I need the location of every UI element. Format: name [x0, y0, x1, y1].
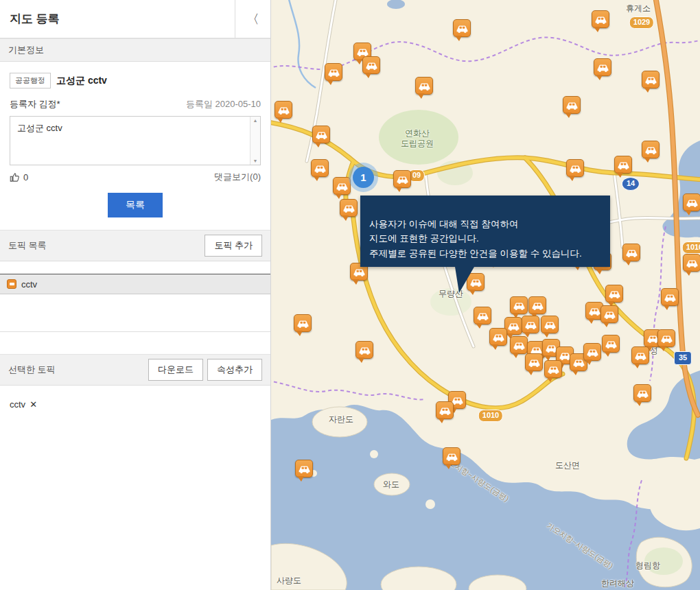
- cctv-marker[interactable]: [631, 346, 649, 364]
- cctv-marker[interactable]: [510, 296, 528, 314]
- cctv-marker[interactable]: [583, 343, 601, 361]
- sidebar-header: 지도 등록 〈: [0, 0, 270, 38]
- road-shield: 35: [674, 351, 692, 365]
- cctv-marker[interactable]: [605, 285, 623, 303]
- map-label: 사량도: [277, 575, 301, 587]
- map-label: 형림항: [635, 560, 660, 571]
- item-title: 고성군 cctv: [56, 75, 107, 87]
- cctv-marker[interactable]: [453, 19, 471, 37]
- remove-topic-button[interactable]: ✕: [30, 399, 37, 410]
- add-attribute-button[interactable]: 속성추가: [207, 359, 262, 381]
- cctv-marker[interactable]: [657, 329, 675, 347]
- scroll-down-icon[interactable]: ▼: [253, 158, 258, 163]
- cctv-marker[interactable]: [541, 316, 559, 333]
- topic-item-cctv[interactable]: cctv: [0, 274, 270, 294]
- cctv-marker[interactable]: [522, 316, 539, 333]
- cctv-marker[interactable]: [436, 401, 454, 419]
- cctv-marker[interactable]: [474, 307, 491, 324]
- map-label: 도산면: [555, 460, 580, 471]
- cctv-marker[interactable]: [415, 77, 433, 95]
- map-label: 자란도: [329, 414, 353, 425]
- selected-topic-bar: 선택한 토픽 다운로드 속성추가: [0, 354, 270, 386]
- section-selected-topic: 선택한 토픽: [8, 364, 56, 376]
- cctv-marker[interactable]: [294, 314, 312, 332]
- road-shield: 1010: [682, 241, 700, 254]
- description-box[interactable]: 고성군 cctv ▲▼: [10, 116, 261, 165]
- cctv-marker[interactable]: [528, 296, 546, 314]
- scrollbar[interactable]: ▲▼: [250, 117, 260, 165]
- list-button[interactable]: 목록: [108, 193, 163, 217]
- cctv-marker[interactable]: [355, 341, 373, 359]
- cctv-marker[interactable]: [510, 336, 528, 354]
- cctv-marker[interactable]: [563, 96, 581, 114]
- registrant-label: 등록자 김정*: [10, 98, 60, 110]
- collapse-sidebar-button[interactable]: 〈: [235, 0, 270, 38]
- map-canvas[interactable]: 휴게소연화산도립공원무량산고성자란도와도도산면사량도한려해상형림항가오치항~사량…: [271, 0, 700, 590]
- sidebar: 지도 등록 〈 기본정보 공공행정 고성군 cctv 등록자 김정* 등록일 2…: [0, 0, 271, 590]
- topic-marker-icon: [7, 279, 16, 289]
- topic-list-area: [0, 294, 270, 332]
- description-text: 고성군 cctv: [10, 117, 260, 140]
- cctv-marker[interactable]: [340, 199, 358, 217]
- cctv-marker[interactable]: [642, 71, 660, 88]
- cctv-marker[interactable]: [566, 159, 584, 177]
- cctv-marker[interactable]: [642, 141, 660, 158]
- map-base-layer: [271, 0, 700, 590]
- cctv-marker[interactable]: [443, 447, 460, 465]
- road-shield: 1010: [478, 410, 503, 422]
- cctv-marker[interactable]: [393, 170, 411, 188]
- cctv-marker[interactable]: [333, 177, 351, 195]
- cctv-marker[interactable]: [683, 254, 700, 272]
- road-shield: 1029: [629, 16, 654, 29]
- map-tooltip-text: 사용자가 이슈에 대해 직접 참여하여 지도에 표현한 공간입니다. 주제별로 …: [369, 219, 582, 259]
- category-badge: 공공행정: [10, 73, 51, 88]
- cctv-marker[interactable]: [602, 335, 620, 353]
- cctv-marker[interactable]: [594, 58, 611, 76]
- cctv-marker[interactable]: [544, 360, 562, 378]
- cctv-marker[interactable]: [661, 288, 679, 306]
- map-label: 휴게소: [626, 3, 651, 14]
- topic-item-label: cctv: [21, 279, 37, 290]
- cctv-marker[interactable]: [275, 101, 292, 119]
- step-indicator: 1: [353, 167, 374, 188]
- section-basic-info: 기본정보: [0, 38, 270, 62]
- app-window: 지도 등록 〈 기본정보 공공행정 고성군 cctv 등록자 김정* 등록일 2…: [0, 0, 700, 590]
- scroll-up-icon[interactable]: ▲: [253, 118, 258, 123]
- cctv-marker[interactable]: [325, 63, 342, 81]
- add-topic-button[interactable]: 토픽 추가: [205, 235, 262, 257]
- cctv-marker[interactable]: [362, 56, 380, 74]
- basic-info-panel: 공공행정 고성군 cctv 등록자 김정* 등록일 2020-05-10 고성군…: [0, 62, 270, 230]
- map-label: 한려해상: [601, 578, 634, 589]
- selected-topic-chip: cctv: [10, 399, 25, 410]
- cctv-marker[interactable]: [311, 159, 329, 177]
- cctv-marker[interactable]: [600, 305, 618, 323]
- cctv-marker[interactable]: [489, 328, 507, 346]
- like-button[interactable]: 0: [10, 172, 28, 182]
- section-topic-list: 토픽 목록: [8, 239, 47, 252]
- map-label: 도립공원: [401, 138, 434, 150]
- cctv-marker[interactable]: [295, 460, 313, 477]
- page-title: 지도 등록: [0, 0, 235, 38]
- cctv-marker[interactable]: [622, 244, 640, 261]
- map-tooltip: 사용자가 이슈에 대해 직접 참여하여 지도에 표현한 공간입니다. 주제별로 …: [360, 196, 610, 267]
- cctv-marker[interactable]: [312, 126, 330, 143]
- cctv-marker[interactable]: [525, 353, 543, 371]
- like-count: 0: [23, 172, 28, 182]
- cctv-marker[interactable]: [633, 384, 651, 402]
- cctv-marker[interactable]: [683, 193, 700, 211]
- cctv-marker[interactable]: [592, 10, 609, 28]
- registration-date: 등록일 2020-05-10: [186, 98, 261, 110]
- cctv-marker[interactable]: [614, 156, 632, 174]
- download-button[interactable]: 다운로드: [148, 359, 203, 381]
- topic-list-bar: 토픽 목록 토픽 추가: [0, 230, 270, 261]
- comments-link[interactable]: 댓글보기(0): [214, 171, 261, 183]
- map-label: 와도: [383, 479, 399, 491]
- thumbs-up-icon: [10, 172, 20, 182]
- road-shield: 14: [622, 177, 640, 191]
